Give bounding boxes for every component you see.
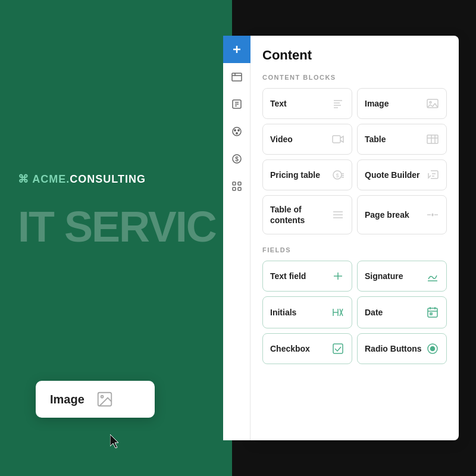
- initials-icon: [330, 305, 345, 320]
- block-text[interactable]: Text: [262, 88, 352, 119]
- table-icon: [426, 133, 439, 146]
- sidebar: $: [223, 36, 250, 440]
- field-checkbox[interactable]: Checkbox: [262, 333, 352, 364]
- svg-point-60: [431, 347, 435, 351]
- svg-rect-18: [233, 182, 236, 185]
- svg-text:$: $: [336, 173, 339, 178]
- checkbox-icon: [331, 342, 345, 355]
- field-date[interactable]: Date: [357, 296, 447, 328]
- field-initials[interactable]: Initials: [262, 296, 352, 328]
- block-video[interactable]: Video: [262, 124, 352, 155]
- image-icon: [94, 390, 115, 408]
- fields-label: FIELDS: [262, 246, 447, 253]
- logo-text: ⌘ ACME.CONSULTING: [18, 173, 146, 186]
- svg-rect-20: [233, 187, 236, 190]
- fields-grid: Text field Signature Initials: [262, 261, 447, 364]
- pagebreak-icon: [426, 208, 439, 221]
- svg-rect-21: [238, 187, 241, 190]
- svg-point-27: [430, 102, 431, 104]
- quote-icon: [426, 168, 439, 181]
- textfield-icon: [331, 270, 345, 283]
- panel-title: Content: [262, 48, 447, 63]
- svg-point-15: [236, 133, 237, 134]
- image-tooltip: Image: [36, 381, 155, 418]
- logo-accent: ⌘ ACME.: [18, 173, 70, 185]
- image-block-icon: [426, 97, 439, 110]
- svg-rect-28: [333, 136, 340, 143]
- logo-area: ⌘ ACME.CONSULTING: [18, 173, 146, 186]
- pricing-icon: $: [331, 168, 345, 181]
- svg-rect-5: [232, 73, 242, 81]
- content-blocks-grid: Text Image Video: [262, 88, 447, 234]
- content-blocks-label: CONTENT BLOCKS: [262, 74, 447, 81]
- field-text-field[interactable]: Text field: [262, 261, 352, 292]
- video-icon: [331, 133, 345, 146]
- block-quote-builder[interactable]: Quote Builder: [357, 159, 447, 190]
- svg-rect-58: [333, 344, 343, 353]
- radio-icon: [426, 342, 439, 355]
- svg-point-13: [234, 130, 235, 131]
- contact-button[interactable]: [223, 63, 250, 90]
- svg-text:$: $: [235, 156, 239, 162]
- date-icon: [426, 306, 439, 319]
- hero-text: IT SERVIC: [18, 202, 216, 251]
- svg-rect-57: [430, 313, 432, 315]
- block-pricing-table[interactable]: Pricing table $: [262, 159, 352, 190]
- cursor-icon: [110, 434, 122, 449]
- block-page-break[interactable]: Page break: [357, 195, 447, 234]
- svg-point-1: [101, 396, 104, 398]
- image-tooltip-label: Image: [50, 393, 84, 406]
- toc-icon: [331, 208, 345, 221]
- svg-point-14: [237, 130, 239, 131]
- grid-button[interactable]: [223, 173, 250, 200]
- svg-rect-19: [238, 182, 241, 185]
- field-radio-buttons[interactable]: Radio Buttons: [357, 333, 447, 364]
- svg-rect-29: [427, 135, 438, 143]
- palette-button[interactable]: [223, 118, 250, 145]
- block-image[interactable]: Image: [357, 88, 447, 119]
- dollar-button[interactable]: $: [223, 145, 250, 173]
- svg-marker-2: [110, 434, 118, 448]
- text-icon: [331, 97, 345, 110]
- svg-rect-53: [428, 308, 437, 317]
- content-panel: Content CONTENT BLOCKS Text Image Video: [250, 36, 459, 440]
- signature-icon: [426, 270, 439, 283]
- field-signature[interactable]: Signature: [357, 261, 447, 292]
- block-table[interactable]: Table: [357, 124, 447, 155]
- block-toc[interactable]: Table of contents: [262, 195, 352, 234]
- bracket-button[interactable]: [223, 90, 250, 118]
- add-button[interactable]: [223, 36, 250, 63]
